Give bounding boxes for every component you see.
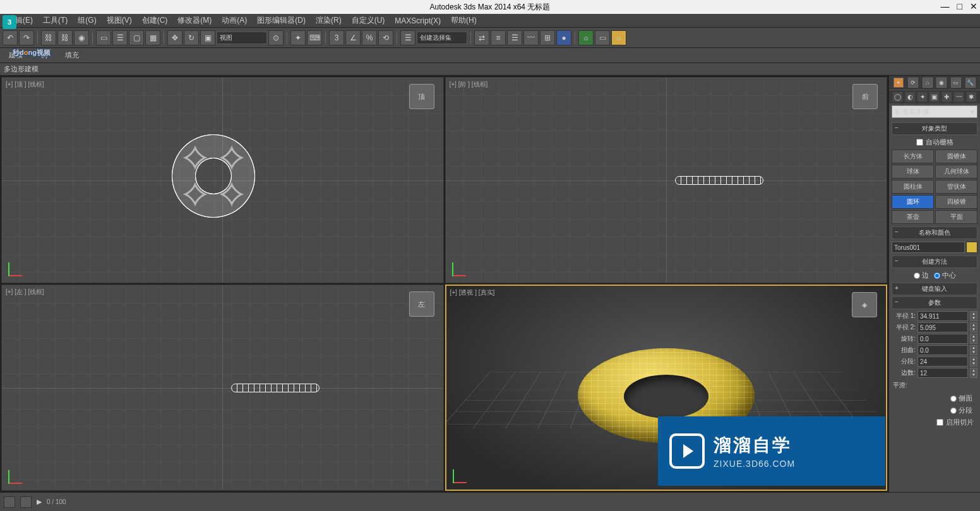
edge-radio[interactable]: 边 — [914, 271, 929, 280]
viewport-persp-label[interactable]: [+] [透视 ] [真实] — [450, 288, 495, 297]
maximize-button[interactable]: □ — [957, 1, 962, 11]
radius2-input[interactable] — [917, 322, 968, 332]
object-name-input[interactable] — [892, 242, 965, 253]
smooth-side-radio[interactable]: 侧面 — [950, 394, 972, 403]
viewcube-icon[interactable]: 左 — [409, 291, 434, 317]
layers-icon[interactable]: ☰ — [507, 30, 522, 45]
bind-icon[interactable]: ◉ — [74, 30, 89, 45]
snap-icon[interactable]: 3 — [329, 30, 344, 45]
lights-tab-icon[interactable]: ✦ — [917, 92, 927, 102]
material-editor-icon[interactable]: ● — [556, 30, 571, 45]
torus-wireframe[interactable] — [231, 384, 320, 392]
create-tab-icon[interactable]: ✦ — [893, 78, 904, 88]
modify-tab-icon[interactable]: ⟳ — [908, 78, 918, 88]
close-button[interactable]: ✕ — [970, 1, 977, 11]
mirror-icon[interactable]: ⇄ — [474, 30, 489, 45]
torus-wireframe[interactable] — [172, 135, 254, 217]
menu-maxscript[interactable]: MAXScript(X) — [391, 15, 445, 26]
spinner-icon[interactable] — [970, 322, 977, 332]
sphere-button[interactable]: 球体 — [892, 165, 934, 179]
named-selection-dropdown[interactable]: 创建选择集 — [417, 32, 467, 44]
cameras-tab-icon[interactable]: ▣ — [929, 92, 939, 102]
menu-customize[interactable]: 自定义(U) — [348, 14, 389, 27]
color-swatch[interactable] — [966, 242, 977, 253]
keyboard-icon[interactable]: ⌨ — [307, 30, 322, 45]
viewcube-icon[interactable]: 顶 — [409, 84, 434, 109]
render-icon[interactable]: ☼ — [611, 30, 626, 45]
torus-wireframe[interactable] — [675, 176, 763, 185]
minimize-button[interactable]: — — [941, 1, 950, 11]
spinner-icon[interactable] — [970, 356, 977, 367]
rotate-icon[interactable]: ↻ — [184, 30, 199, 45]
viewcube-icon[interactable]: ◈ — [852, 292, 877, 317]
systems-tab-icon[interactable]: ✱ — [967, 92, 976, 102]
spinner-icon[interactable] — [970, 311, 977, 321]
status-btn1[interactable] — [4, 496, 15, 508]
menu-group[interactable]: 组(G) — [74, 14, 100, 27]
angle-snap-icon[interactable]: ∠ — [345, 30, 361, 45]
move-icon[interactable]: ✥ — [167, 30, 182, 45]
object-type-rollout[interactable]: 对象类型 — [892, 122, 977, 135]
geosphere-button[interactable]: 几何球体 — [935, 165, 977, 179]
viewport-top[interactable]: [+] [顶 ] [线框] 顶 — [1, 77, 444, 283]
spinner-snap-icon[interactable]: ⟲ — [378, 30, 393, 45]
menu-animation[interactable]: 动画(A) — [218, 14, 251, 27]
app-logo-icon[interactable]: 3 — [3, 15, 16, 29]
menu-create[interactable]: 创建(C) — [138, 14, 172, 27]
scale-icon[interactable]: ▣ — [200, 30, 215, 45]
menu-help[interactable]: 帮助(H) — [447, 14, 481, 27]
unlink-icon[interactable]: ⛓ — [57, 30, 73, 45]
cone-button[interactable]: 圆锥体 — [935, 150, 977, 163]
named-selection-icon[interactable]: ☰ — [400, 30, 415, 45]
radius1-input[interactable] — [917, 311, 968, 321]
viewport-left-label[interactable]: [+] [左 ] [线框] — [6, 288, 44, 297]
viewport-front[interactable]: [+] [前 ] [线框] 前 — [445, 77, 888, 283]
twist-input[interactable] — [917, 345, 968, 355]
utilities-tab-icon[interactable]: 🔧 — [965, 78, 976, 88]
plane-button[interactable]: 平面 — [935, 210, 977, 224]
pivot-icon[interactable]: ⊙ — [268, 30, 284, 45]
keyboard-entry-rollout[interactable]: 键盘输入 — [892, 283, 977, 295]
select-rect-icon[interactable]: ▢ — [129, 30, 144, 45]
menu-rendering[interactable]: 渲染(R) — [312, 14, 345, 27]
motion-tab-icon[interactable]: ◉ — [936, 78, 947, 88]
box-button[interactable]: 长方体 — [892, 150, 934, 163]
menu-tools[interactable]: 工具(T) — [39, 14, 71, 27]
segments-input[interactable] — [917, 356, 968, 367]
select-name-icon[interactable]: ☰ — [112, 30, 128, 45]
render-setup-icon[interactable]: ☼ — [578, 30, 594, 45]
viewport-front-label[interactable]: [+] [前 ] [线框] — [450, 80, 488, 89]
schematic-icon[interactable]: ⊞ — [540, 30, 555, 45]
render-frame-icon[interactable]: ▭ — [595, 30, 610, 45]
cylinder-button[interactable]: 圆柱体 — [892, 180, 934, 194]
ref-coord-dropdown[interactable]: 视图 — [217, 32, 267, 44]
select-icon[interactable]: ▭ — [96, 30, 111, 45]
tube-button[interactable]: 管状体 — [935, 180, 977, 194]
enable-slice-checkbox[interactable]: 启用切片 — [892, 416, 977, 428]
teapot-button[interactable]: 茶壶 — [892, 210, 934, 224]
shapes-tab-icon[interactable]: ◐ — [905, 92, 915, 102]
menu-views[interactable]: 视图(V) — [103, 14, 136, 27]
rotation-input[interactable] — [917, 334, 968, 344]
hierarchy-tab-icon[interactable]: ⌂ — [923, 78, 933, 88]
autogrid-checkbox[interactable]: 自动栅格 — [892, 136, 977, 148]
ribbon-populate[interactable]: 填充 — [60, 49, 84, 61]
spinner-icon[interactable] — [970, 345, 977, 355]
smooth-seg-radio[interactable]: 分段 — [950, 406, 972, 415]
geometry-tab-icon[interactable]: ◯ — [893, 92, 902, 102]
spinner-icon[interactable] — [970, 334, 977, 344]
viewport-left[interactable]: [+] [左 ] [线框] 左 — [1, 285, 444, 491]
display-tab-icon[interactable]: ▭ — [951, 78, 961, 88]
spacewarps-tab-icon[interactable]: 〰 — [954, 92, 964, 102]
name-color-rollout[interactable]: 名称和颜色 — [892, 226, 977, 239]
helpers-tab-icon[interactable]: ✚ — [942, 92, 952, 102]
menu-modifiers[interactable]: 修改器(M) — [174, 14, 215, 27]
menu-grapheditors[interactable]: 图形编辑器(D) — [253, 14, 309, 27]
center-radio[interactable]: 中心 — [934, 271, 956, 280]
curve-editor-icon[interactable]: 〰 — [523, 30, 539, 45]
sides-input[interactable] — [917, 368, 968, 378]
percent-snap-icon[interactable]: % — [362, 30, 377, 45]
align-icon[interactable]: ≡ — [491, 30, 506, 45]
viewport-top-label[interactable]: [+] [顶 ] [线框] — [6, 80, 44, 89]
torus-button[interactable]: 圆环 — [892, 195, 934, 209]
